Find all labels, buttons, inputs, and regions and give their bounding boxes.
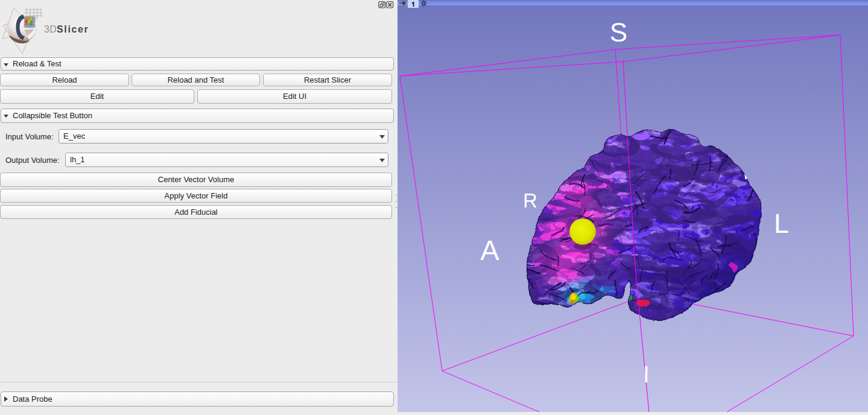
svg-text:A: A	[480, 234, 499, 266]
svg-text:L: L	[774, 208, 789, 239]
svg-text:I: I	[643, 362, 650, 387]
svg-text:R: R	[523, 189, 537, 212]
svg-text:S: S	[610, 17, 627, 47]
